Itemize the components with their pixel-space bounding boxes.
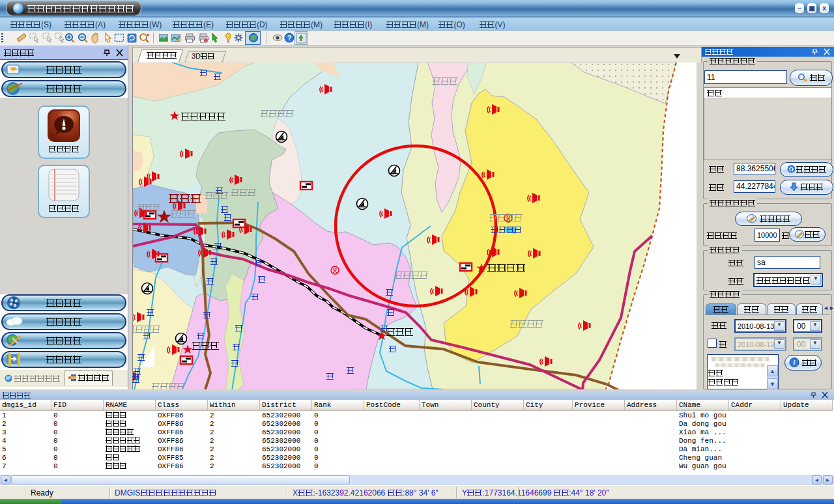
svg-text:i: i — [794, 359, 796, 366]
svg-text:?: ? — [287, 34, 292, 42]
